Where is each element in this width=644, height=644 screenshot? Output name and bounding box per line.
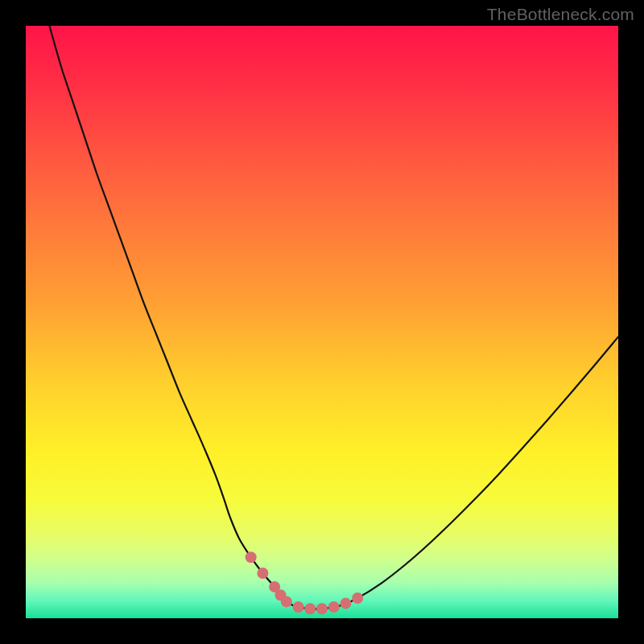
highlight-point <box>246 551 257 563</box>
plot-area <box>26 26 618 618</box>
highlight-point <box>352 592 363 604</box>
highlight-point <box>293 601 304 613</box>
curve-layer <box>26 26 618 618</box>
bottleneck-curve-line <box>49 26 618 609</box>
watermark-text: TheBottleneck.com <box>487 5 634 24</box>
chart-frame: TheBottleneck.com <box>0 0 644 644</box>
highlight-point <box>304 603 316 614</box>
highlight-point <box>328 601 340 613</box>
highlight-point <box>340 598 351 609</box>
highlight-point <box>316 603 328 614</box>
highlight-point <box>257 568 268 579</box>
highlight-markers <box>246 551 363 614</box>
highlight-point <box>281 596 292 607</box>
